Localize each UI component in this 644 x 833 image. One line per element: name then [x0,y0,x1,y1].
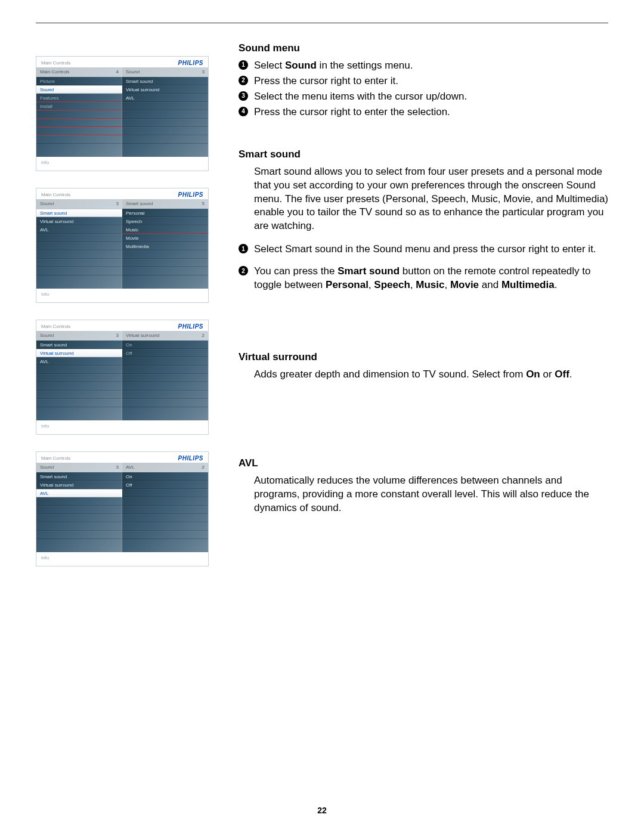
step-item: 4 Press the cursor right to enter the se… [239,106,608,119]
preset-item[interactable]: Music [122,225,208,234]
pane-right-count: 3 [202,69,205,76]
empty-row: . [122,267,208,275]
empty-row: . [122,110,208,119]
submenu-item[interactable]: Smart sound [122,77,208,85]
empty-row: . [122,102,208,110]
menu-item[interactable]: Virtual surround [36,217,122,225]
smart-sound-steps: 1 Select Smart sound in the Sound menu a… [239,243,608,292]
option-on[interactable]: On [122,340,208,349]
step-number-icon: 2 [239,76,248,85]
pane-left-count: 3 [116,464,119,471]
option-on[interactable]: On [122,472,208,481]
pane-right-count: 2 [202,464,205,471]
menu-item[interactable]: AVL [36,225,122,234]
menu-item-virtual-surround[interactable]: Virtual surround [36,349,122,357]
tv-info-footer: Info [36,289,208,302]
pane-right-title: Virtual surround [126,332,159,339]
screenshots-column: Main Controls PHILIPS Main Controls 4 Pi… [36,42,215,566]
step-text: Select Sound in the settings menu. [254,59,413,73]
smart-sound-description: Smart sound allows you to select from fo… [239,165,608,234]
tv-info-footer: Info [36,420,208,434]
empty-row: . [36,514,122,522]
step-number-icon: 1 [239,244,248,253]
preset-item[interactable]: Multimedia [122,242,208,250]
step-item: 2 Press the cursor right to enter it. [239,75,608,88]
pane-left-title: Main Controls [40,69,69,76]
pane-right-count: 5 [202,200,205,208]
philips-logo: PHILIPS [178,323,203,330]
pane-right-title: Smart sound [126,200,153,208]
empty-row: . [122,514,208,522]
empty-row: . [36,135,122,144]
philips-logo: PHILIPS [178,455,203,462]
menu-item-smart-sound[interactable]: Smart sound [36,209,122,217]
empty-row: . [36,259,122,267]
pane-left-title: Sound [40,200,54,208]
empty-row: . [122,135,208,144]
empty-row: . [122,497,208,506]
submenu-item[interactable]: Virtual surround [122,85,208,94]
empty-row: . [36,506,122,514]
empty-row: . [122,506,208,514]
pane-left-count: 3 [116,332,119,339]
tv-info-footer: Info [36,157,208,171]
section-title-avl: AVL [239,457,608,470]
step-text: Select the menu items with the cursor up… [254,90,467,104]
menu-item-avl[interactable]: AVL [36,489,122,497]
empty-row: . [122,366,208,374]
menu-item[interactable]: Features [36,94,122,102]
pane-left-count: 3 [116,200,119,208]
step-number-icon: 4 [239,107,248,116]
tv-screenshot-smart-sound: Main Controls PHILIPS Sound 3 Smart soun… [36,188,209,303]
empty-row: . [36,242,122,250]
avl-description: Automatically reduces the volume differe… [239,474,608,515]
pane-left-count: 4 [116,69,119,76]
preset-item[interactable]: Movie [122,234,208,242]
preset-item[interactable]: Speech [122,217,208,225]
tv-header-label: Main Controls [41,192,70,197]
empty-row: . [36,374,122,382]
tv-info-footer: Info [36,552,208,566]
menu-item-sound[interactable]: Sound [36,85,122,94]
empty-row: . [36,522,122,531]
step-text: Press the cursor right to enter it. [254,75,398,88]
empty-row: . [36,366,122,374]
preset-item[interactable]: Personal [122,209,208,217]
section-title-sound-menu: Sound menu [239,42,608,55]
philips-logo: PHILIPS [178,191,203,198]
tv-header-label: Main Controls [41,60,70,66]
step-item: 1 Select Sound in the settings menu. [239,59,608,73]
empty-row: . [36,391,122,399]
step-number-icon: 3 [239,91,248,101]
step-text: Press the cursor right to enter the sele… [254,106,450,119]
empty-row: . [122,382,208,391]
instructions-column: Sound menu 1 Select Sound in the setting… [239,42,608,566]
empty-row: . [36,250,122,259]
empty-row: . [36,399,122,407]
philips-logo: PHILIPS [178,60,203,66]
tv-screenshot-sound: Main Controls PHILIPS Main Controls 4 Pi… [36,56,209,171]
option-off[interactable]: Off [122,349,208,357]
step-text: Select Smart sound in the Sound menu and… [254,243,596,256]
menu-item[interactable]: Smart sound [36,340,122,349]
menu-item[interactable]: AVL [36,357,122,366]
submenu-item[interactable]: AVL [122,94,208,102]
empty-row: . [36,234,122,242]
option-off[interactable]: Off [122,481,208,489]
empty-row: . [122,489,208,497]
step-item: 3 Select the menu items with the cursor … [239,90,608,104]
pane-right-count: 2 [202,332,205,339]
empty-row: . [122,522,208,531]
tv-screenshot-virtual-surround: Main Controls PHILIPS Sound 3 Smart soun… [36,320,209,435]
menu-item[interactable]: Smart sound [36,472,122,481]
step-text: You can press the Smart sound button on … [254,265,608,292]
empty-row: . [122,399,208,407]
empty-row: . [36,127,122,135]
empty-row: . [122,391,208,399]
menu-item[interactable]: Virtual surround [36,481,122,489]
section-title-smart-sound: Smart sound [239,148,608,162]
menu-item[interactable]: Install [36,102,122,110]
menu-item[interactable]: Picture [36,77,122,85]
step-item: 1 Select Smart sound in the Sound menu a… [239,243,608,256]
empty-row: . [36,110,122,119]
